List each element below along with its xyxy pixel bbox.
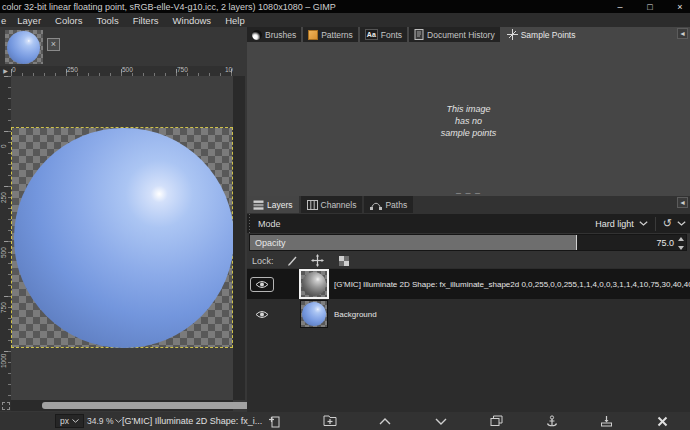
canvas-viewport[interactable] — [11, 76, 233, 400]
menu-colors[interactable]: Colors — [48, 15, 89, 26]
menu-windows[interactable]: Windows — [166, 15, 219, 26]
layer-list: [G'MIC] Illuminate 2D Shape: fx_illumina… — [247, 268, 690, 412]
lower-layer-button[interactable] — [431, 413, 451, 429]
alpha-checkerboard-icon — [338, 255, 350, 267]
zoom-value: 34.9 % — [87, 416, 113, 426]
title-bar: color 32-bit linear floating point, sRGB… — [0, 0, 690, 13]
layer-row-gmic[interactable]: [G'MIC] Illuminate 2D Shape: fx_illumina… — [247, 269, 690, 299]
h-ruler-label: 750 — [177, 66, 188, 73]
chevron-down-icon[interactable] — [677, 221, 686, 226]
mode-value[interactable]: Hard light — [595, 219, 634, 229]
sample-points-icon — [507, 29, 518, 40]
tab-document-history[interactable]: Document History — [409, 27, 500, 42]
duplicate-layer-button[interactable] — [486, 413, 506, 429]
lock-position-button[interactable] — [310, 254, 326, 267]
layers-tab-menu-button[interactable]: ◄ — [677, 197, 688, 208]
maximize-button[interactable]: □ — [644, 2, 656, 12]
image-thumbnail-sphere — [7, 31, 40, 64]
zoom-dropdown[interactable]: 34.9 % — [84, 414, 125, 428]
tab-label: Patterns — [321, 30, 353, 40]
menu-help[interactable]: Help — [218, 15, 252, 26]
v-ruler-label: 250 — [0, 179, 8, 203]
status-message: [G'MIC] Illuminate 2D Shape: fx_i... — [122, 416, 262, 426]
anchor-icon — [546, 415, 558, 428]
lock-alpha-button[interactable] — [336, 254, 352, 267]
mode-label: Mode — [252, 219, 281, 229]
opacity-value: 75.0 — [656, 238, 674, 248]
quick-mask-toggle[interactable] — [0, 400, 11, 411]
image-tab-strip: × — [0, 27, 245, 66]
vertical-ruler[interactable]: 0 250 500 750 1000 — [0, 76, 11, 400]
menu-bar: e Layer Colors Tools Filters Windows Hel… — [0, 13, 690, 27]
tab-channels[interactable]: Channels — [301, 196, 363, 213]
blue-sphere-thumbnail — [302, 302, 326, 326]
document-history-icon — [414, 29, 424, 40]
opacity-slider[interactable]: Opacity 75.0 — [249, 234, 687, 251]
tab-brushes[interactable]: Brushes — [247, 27, 301, 42]
gimp-window: color 32-bit linear floating point, sRGB… — [0, 0, 690, 430]
tab-sample-points[interactable]: Sample Points — [502, 27, 581, 42]
opacity-slider-fill — [250, 235, 577, 250]
v-ruler-label: 1000 — [0, 344, 8, 368]
v-ruler-label: 500 — [0, 234, 8, 258]
opacity-spinner[interactable] — [677, 237, 684, 250]
fonts-icon: Aa — [365, 29, 378, 40]
raise-layer-button[interactable] — [375, 413, 395, 429]
layers-toolbar — [247, 412, 690, 430]
horizontal-scrollbar[interactable] — [11, 400, 233, 411]
duplicate-icon — [490, 415, 503, 427]
new-layer-group-button[interactable] — [320, 413, 340, 429]
layer-name[interactable]: [G'MIC] Illuminate 2D Shape: fx_illumina… — [334, 280, 690, 289]
menu-layer[interactable]: Layer — [10, 15, 48, 26]
blue-sphere-image — [14, 128, 233, 348]
dock-tab-menu-button[interactable]: ◄ — [677, 28, 688, 39]
dock-resize-grip[interactable]: ‒ ‒ ‒ — [456, 191, 481, 195]
anchor-layer-button[interactable] — [542, 413, 562, 429]
vertical-scrollbar[interactable]: ▲ — [233, 76, 245, 400]
ruler-corner-menu-button[interactable]: ▶ — [0, 66, 11, 76]
close-button[interactable]: × — [674, 2, 686, 12]
eye-icon[interactable] — [255, 310, 269, 319]
v-ruler-label: 750 — [0, 289, 8, 313]
mode-switch-group-icon[interactable]: ↺ — [663, 218, 672, 229]
brushes-icon — [252, 30, 262, 40]
h-ruler-label: 500 — [122, 66, 133, 73]
merge-down-button[interactable] — [597, 413, 617, 429]
tab-layers[interactable]: Layers — [247, 196, 299, 213]
tab-paths[interactable]: Paths — [364, 196, 413, 213]
delete-layer-button[interactable] — [652, 413, 672, 429]
unit-dropdown[interactable]: px — [55, 414, 84, 428]
new-layer-button[interactable] — [265, 413, 285, 429]
chevron-down-icon[interactable] — [639, 221, 648, 226]
spinner-up-icon[interactable] — [678, 237, 684, 241]
lock-pixels-button[interactable] — [284, 254, 300, 267]
v-ruler-label: 0 — [0, 124, 8, 148]
image-tab-secondary[interactable]: × — [47, 38, 60, 51]
layer-thumbnail[interactable] — [301, 301, 327, 327]
layer-row-background[interactable]: Background — [247, 299, 690, 329]
minimize-button[interactable]: – — [614, 2, 626, 12]
tab-patterns[interactable]: Patterns — [303, 27, 358, 42]
lock-label: Lock: — [252, 256, 274, 266]
tab-fonts[interactable]: Aa Fonts — [360, 27, 407, 42]
tab-label: Brushes — [265, 30, 296, 40]
horizontal-scrollbar-thumb[interactable] — [42, 402, 261, 409]
image-tab-thumbnail[interactable] — [5, 30, 43, 64]
window-title: color 32-bit linear floating point, sRGB… — [0, 2, 336, 12]
menu-filters[interactable]: Filters — [126, 15, 166, 26]
layer-boundary — [11, 127, 233, 348]
layers-dock: Layers Channels Paths ◄ — [247, 196, 690, 412]
horizontal-ruler[interactable]: 0 250 500 750 1000 — [11, 66, 233, 76]
menu-image-partial[interactable]: e — [0, 15, 10, 26]
menu-tools[interactable]: Tools — [90, 15, 126, 26]
layer-thumbnail[interactable] — [301, 271, 327, 297]
visibility-toggle[interactable] — [250, 277, 274, 292]
spinner-down-icon[interactable] — [678, 246, 684, 250]
sample-points-empty-message: This image has no sample points — [247, 103, 690, 139]
paintbrush-icon — [286, 255, 298, 267]
h-ruler-label: 250 — [67, 66, 78, 73]
layer-name[interactable]: Background — [334, 310, 690, 319]
delete-x-icon — [657, 416, 668, 427]
h-ruler-label: 1000 — [225, 66, 233, 73]
paths-icon — [370, 200, 382, 210]
